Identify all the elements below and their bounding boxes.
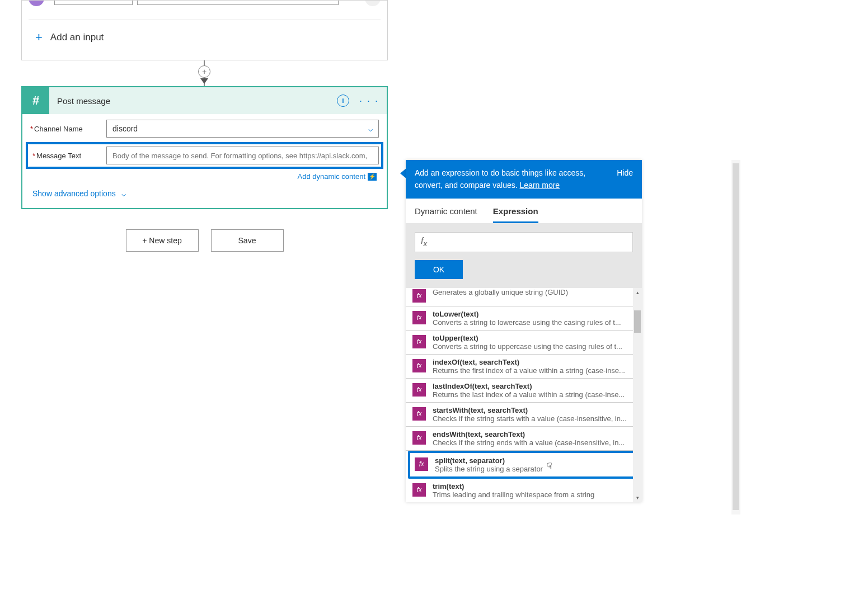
function-item-toupper[interactable]: fx toUpper(text) Converts a string to up… bbox=[406, 331, 642, 355]
fx-icon: fx bbox=[412, 383, 426, 397]
plus-icon: + bbox=[35, 30, 43, 45]
panel-tabs: Dynamic content Expression bbox=[406, 199, 642, 223]
expression-input[interactable]: fx bbox=[415, 232, 633, 252]
function-desc: Trims leading and trailing whitespace fr… bbox=[433, 490, 635, 499]
scroll-down-arrow-icon[interactable]: ▾ bbox=[633, 493, 642, 502]
hide-panel-button[interactable]: Hide bbox=[617, 167, 633, 192]
function-name: indexOf(text, searchText) bbox=[433, 358, 635, 366]
function-item-lastindexof[interactable]: fx lastIndexOf(text, searchText) Returns… bbox=[406, 379, 642, 403]
trigger-input-2[interactable] bbox=[137, 1, 339, 5]
insert-step-button[interactable]: + bbox=[198, 65, 210, 78]
function-item-split[interactable]: fx split(text, separator) Splits the str… bbox=[408, 451, 640, 479]
function-desc: Converts a string to lowercase using the… bbox=[433, 318, 635, 327]
trigger-connector-icon bbox=[29, 1, 44, 6]
more-menu-icon[interactable]: · · · bbox=[359, 95, 379, 107]
ok-button[interactable]: OK bbox=[415, 260, 463, 279]
channel-name-row: *Channel Name discord ⌵ bbox=[30, 120, 379, 138]
function-item-startswith[interactable]: fx startsWith(text, searchText) Checks i… bbox=[406, 403, 642, 427]
fx-icon: fx bbox=[412, 407, 426, 421]
function-name: trim(text) bbox=[433, 482, 635, 490]
function-desc: Returns the last index of a value within… bbox=[433, 390, 635, 399]
fx-icon: fx bbox=[412, 289, 426, 303]
info-icon[interactable]: i bbox=[337, 95, 349, 107]
function-desc: Checks if the string starts with a value… bbox=[433, 414, 635, 423]
post-message-card: # Post message i · · · *Channel Name dis… bbox=[21, 86, 388, 209]
add-dynamic-content-link[interactable]: Add dynamic content bbox=[298, 172, 365, 181]
function-name: lastIndexOf(text, searchText) bbox=[433, 382, 635, 390]
channel-name-select[interactable]: discord ⌵ bbox=[106, 120, 379, 138]
add-input-button[interactable]: + Add an input bbox=[22, 20, 387, 55]
action-title: Post message bbox=[57, 96, 110, 106]
function-desc: Converts a string to uppercase using the… bbox=[433, 342, 635, 351]
show-advanced-options[interactable]: Show advanced options ⌵ bbox=[30, 181, 379, 208]
function-name: endsWith(text, searchText) bbox=[433, 430, 635, 438]
expression-panel: Add an expression to do basic things lik… bbox=[406, 160, 642, 502]
add-input-label: Add an input bbox=[50, 32, 104, 43]
trigger-input-1[interactable] bbox=[54, 1, 133, 5]
function-name: split(text, separator) bbox=[435, 456, 633, 465]
fx-icon: fx bbox=[415, 457, 428, 471]
buttons-row: + New step Save bbox=[21, 229, 388, 252]
function-desc: Returns the first index of a value withi… bbox=[433, 366, 635, 375]
page-scrollbar[interactable] bbox=[731, 160, 740, 515]
save-button[interactable]: Save bbox=[211, 229, 284, 252]
channel-name-value: discord bbox=[112, 124, 138, 133]
arrow-down-icon bbox=[200, 78, 208, 84]
trigger-delete-icon[interactable] bbox=[365, 1, 381, 6]
fx-icon: fx bbox=[412, 483, 426, 497]
chevron-down-icon: ⌵ bbox=[121, 189, 126, 198]
expression-input-area: fx OK bbox=[406, 223, 642, 288]
post-message-header[interactable]: # Post message i · · · bbox=[22, 87, 387, 114]
expression-help-text: Add an expression to do basic things lik… bbox=[415, 168, 585, 190]
function-list-scrollbar[interactable]: ▴ ▾ bbox=[633, 288, 642, 502]
fx-icon: fx bbox=[412, 335, 426, 348]
trigger-card: + Add an input bbox=[21, 0, 388, 60]
expression-panel-header: Add an expression to do basic things lik… bbox=[406, 160, 642, 199]
page-scroll-thumb[interactable] bbox=[733, 163, 739, 510]
function-list: fx Generates a globally unique string (G… bbox=[406, 288, 642, 502]
function-name: toLower(text) bbox=[433, 310, 635, 318]
fx-icon: fx bbox=[412, 359, 426, 372]
function-name: startsWith(text, searchText) bbox=[433, 406, 635, 414]
function-item-trim[interactable]: fx trim(text) Trims leading and trailing… bbox=[406, 479, 642, 502]
learn-more-link[interactable]: Learn more bbox=[520, 181, 560, 190]
chevron-down-icon: ⌵ bbox=[368, 124, 373, 133]
cursor-icon: ☟ bbox=[547, 461, 552, 471]
message-text-input[interactable] bbox=[106, 147, 379, 164]
function-desc: Splits the string using a separator bbox=[435, 465, 633, 473]
fx-symbol-icon: fx bbox=[421, 236, 427, 248]
scroll-thumb[interactable] bbox=[634, 310, 641, 333]
tab-dynamic-content[interactable]: Dynamic content bbox=[415, 206, 477, 223]
function-name: toUpper(text) bbox=[433, 334, 635, 342]
function-item-endswith[interactable]: fx endsWith(text, searchText) Checks if … bbox=[406, 427, 642, 451]
new-step-button[interactable]: + New step bbox=[126, 229, 199, 252]
scroll-up-arrow-icon[interactable]: ▴ bbox=[633, 288, 642, 297]
function-item-tolower[interactable]: fx toLower(text) Converts a string to lo… bbox=[406, 306, 642, 331]
function-item-indexof[interactable]: fx indexOf(text, searchText) Returns the… bbox=[406, 355, 642, 379]
fx-icon: fx bbox=[412, 431, 426, 445]
function-desc: Checks if the string ends with a value (… bbox=[433, 438, 635, 447]
slack-icon: # bbox=[22, 87, 49, 114]
message-text-label: *Message Text bbox=[30, 152, 106, 160]
message-text-highlight: *Message Text bbox=[26, 142, 383, 169]
fx-icon: fx bbox=[412, 311, 426, 324]
dynamic-badge-icon: ⚡ bbox=[368, 173, 377, 181]
tab-expression[interactable]: Expression bbox=[493, 206, 538, 223]
function-item-guid[interactable]: fx Generates a globally unique string (G… bbox=[406, 288, 642, 306]
function-desc: Generates a globally unique string (GUID… bbox=[433, 288, 635, 296]
channel-name-label: *Channel Name bbox=[30, 125, 106, 133]
